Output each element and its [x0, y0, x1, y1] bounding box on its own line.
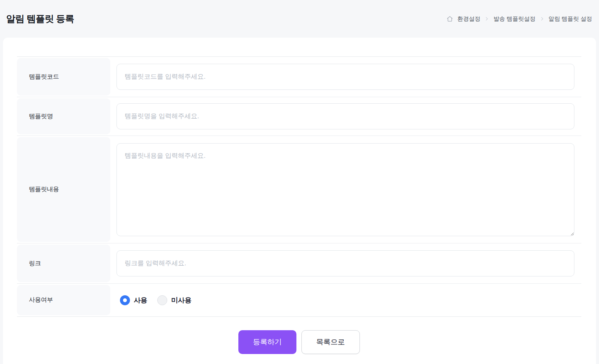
form-card: 템플릿코드 템플릿명 템플릿내용 링크 [3, 38, 596, 364]
template-code-input[interactable] [116, 64, 574, 90]
form-row-template-code: 템플릿코드 [17, 57, 581, 97]
home-icon[interactable] [446, 15, 453, 22]
template-content-label: 템플릿내용 [17, 137, 110, 242]
form-row-template-name: 템플릿명 [17, 97, 581, 136]
breadcrumb-item-alert-template[interactable]: 알림 템플릿 설정 [549, 15, 592, 23]
use-status-label: 사용여부 [17, 285, 110, 315]
breadcrumb-item-send-template[interactable]: 발송 템플릿설정 [493, 15, 535, 23]
template-name-input[interactable] [116, 103, 574, 129]
submit-button[interactable]: 등록하기 [238, 330, 296, 354]
radio-selected-icon[interactable] [120, 295, 130, 305]
template-content-textarea[interactable] [116, 143, 574, 236]
page-title: 알림 템플릿 등록 [6, 13, 74, 25]
link-label: 링크 [17, 245, 110, 282]
form-actions: 등록하기 목록으로 [17, 330, 581, 354]
radio-label-unuse: 미사용 [171, 296, 191, 305]
template-name-label: 템플릿명 [17, 98, 110, 134]
form-row-template-content: 템플릿내용 [17, 136, 581, 243]
radio-unselected-icon[interactable] [157, 295, 167, 305]
radio-option-use[interactable]: 사용 [120, 295, 147, 305]
radio-label-use: 사용 [134, 296, 147, 305]
breadcrumb-item-settings[interactable]: 환경설정 [457, 15, 480, 23]
radio-option-unuse[interactable]: 미사용 [157, 295, 191, 305]
template-code-label: 템플릿코드 [17, 58, 110, 96]
chevron-right-icon [484, 16, 489, 22]
page-header: 알림 템플릿 등록 환경설정 발송 템플릿설정 알림 템플릿 설정 [0, 0, 599, 38]
chevron-right-icon [539, 16, 545, 22]
form-row-link: 링크 [17, 243, 581, 284]
breadcrumb: 환경설정 발송 템플릿설정 알림 템플릿 설정 [446, 15, 592, 23]
link-input[interactable] [116, 250, 574, 276]
radio-dot [123, 298, 127, 302]
use-status-radio-group: 사용 미사용 [116, 295, 191, 305]
template-form-table: 템플릿코드 템플릿명 템플릿내용 링크 [17, 56, 581, 317]
back-to-list-button[interactable]: 목록으로 [301, 330, 360, 354]
form-row-use-status: 사용여부 사용 미사용 [17, 284, 581, 316]
